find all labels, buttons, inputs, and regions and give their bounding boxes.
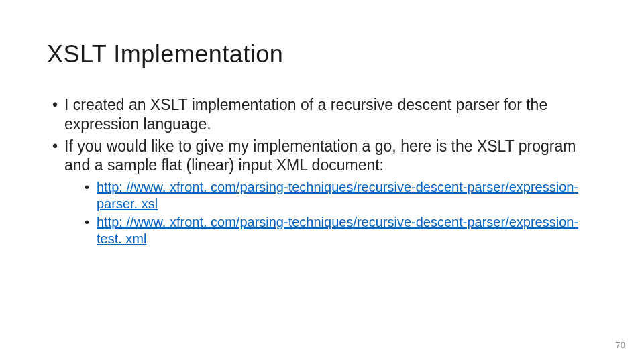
page-number: 70 (616, 340, 625, 350)
bullet-text: If you would like to give my implementat… (64, 137, 576, 174)
bullet-list-level1: I created an XSLT implementation of a re… (52, 95, 597, 247)
link-xsl[interactable]: http: //www. xfront. com/parsing-techniq… (97, 180, 578, 211)
slide: XSLT Implementation I created an XSLT im… (0, 0, 644, 362)
link-xml[interactable]: http: //www. xfront. com/parsing-techniq… (97, 215, 578, 246)
bullet-item: http: //www. xfront. com/parsing-techniq… (85, 179, 597, 213)
bullet-item: If you would like to give my implementat… (52, 137, 597, 248)
bullet-item: http: //www. xfront. com/parsing-techniq… (85, 214, 597, 247)
bullet-text: I created an XSLT implementation of a re… (64, 96, 547, 133)
bullet-item: I created an XSLT implementation of a re… (52, 95, 597, 134)
slide-title: XSLT Implementation (47, 40, 597, 68)
bullet-list-level2: http: //www. xfront. com/parsing-techniq… (85, 179, 597, 247)
